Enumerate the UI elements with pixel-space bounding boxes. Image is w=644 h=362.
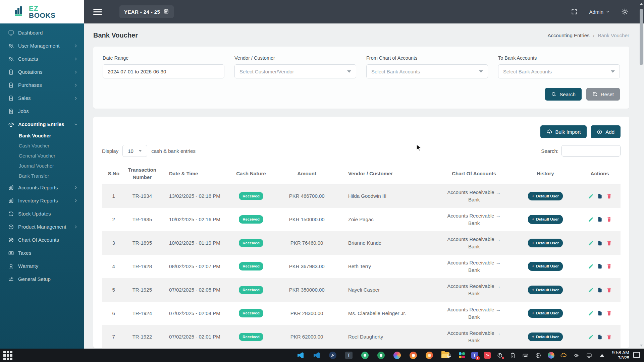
history-badge[interactable]: + Default User (528, 192, 563, 201)
bulk-import-button[interactable]: Bulk Import (540, 125, 587, 138)
vendor-customer-select[interactable]: Select Customer/Vendor (234, 64, 356, 78)
delete-button[interactable] (606, 287, 612, 293)
sidebar-subitem-general-voucher[interactable]: General Voucher (0, 151, 84, 161)
breadcrumb-parent[interactable]: Accounting Entries (548, 33, 590, 38)
page-size-select[interactable]: 10 (122, 145, 147, 157)
tray-expand-icon[interactable] (598, 351, 606, 359)
col-header-history[interactable]: History (512, 170, 579, 177)
table-search-input[interactable] (561, 145, 621, 157)
table-row[interactable]: 7 TR-1922 07/02/2025 - 02:01 PM Received… (102, 325, 621, 349)
t-app-icon[interactable]: T (345, 351, 353, 359)
slack-icon[interactable] (458, 351, 466, 359)
history-badge[interactable]: + Default User (528, 333, 563, 342)
sidebar-item-accounts-reports[interactable]: Accounts Reports (0, 181, 84, 194)
col-header-sno[interactable]: S.No (102, 170, 125, 177)
date-range-input[interactable] (108, 69, 219, 74)
edit-button[interactable] (588, 240, 594, 246)
sidebar-item-user-management[interactable]: User Management (0, 39, 84, 52)
to-bank-select[interactable]: Select Bank Accounts (498, 64, 620, 78)
col-header-txn[interactable]: Transaction Number (125, 166, 159, 181)
sidebar-item-taxes[interactable]: Taxes (0, 246, 84, 259)
sidebar-subitem-journal-voucher[interactable]: Journal Voucher (0, 161, 84, 171)
table-row[interactable]: 6 TR-1924 07/02/2025 - 02:04 PM Received… (102, 302, 621, 325)
fullscreen-icon[interactable] (571, 8, 578, 15)
sidebar-item-inventory-reports[interactable]: Inventory Reports (0, 194, 84, 207)
sidebar-item-general-setup[interactable]: General Setup (0, 273, 84, 286)
add-button[interactable]: Add (591, 125, 621, 138)
sidebar-item-accounting-entries[interactable]: Accounting Entries (0, 118, 84, 131)
volume-icon[interactable] (573, 351, 581, 359)
search-button[interactable]: Search (545, 88, 582, 101)
red-app-icon[interactable] (483, 351, 491, 359)
sidebar-item-stock-updates[interactable]: Stock Updates (0, 207, 84, 220)
sidebar-item-quotations[interactable]: Quotations (0, 65, 84, 78)
vscode-icon[interactable] (297, 351, 305, 359)
fiscal-year-selector[interactable]: YEAR - 24 - 25 (119, 5, 174, 18)
view-document-button[interactable] (597, 287, 603, 293)
scroll-down-arrow-icon[interactable] (640, 345, 643, 347)
view-document-button[interactable] (597, 334, 603, 340)
edit-button[interactable] (588, 217, 594, 222)
view-document-button[interactable] (597, 193, 603, 199)
table-row[interactable]: 5 TR-1925 07/02/2025 - 02:05 PM Received… (102, 278, 621, 302)
browser-orange-2-icon[interactable] (425, 351, 433, 359)
col-header-actions[interactable]: Actions (579, 170, 621, 177)
cloud-icon[interactable] (560, 351, 568, 359)
network-display-icon[interactable] (585, 351, 593, 359)
sync-update-icon[interactable] (496, 351, 504, 359)
col-header-vendor[interactable]: Vendor / Customer (333, 170, 436, 177)
sidebar-item-product-management[interactable]: Product Management (0, 220, 84, 233)
delete-button[interactable] (606, 217, 612, 222)
delete-button[interactable] (606, 310, 612, 316)
clipboard-icon[interactable] (509, 351, 517, 359)
table-row[interactable]: 4 TR-1928 08/02/2025 - 02:07 PM Received… (102, 255, 621, 278)
history-badge[interactable]: + Default User (528, 286, 563, 295)
steam-icon[interactable] (329, 351, 337, 359)
menu-toggle-icon[interactable] (93, 7, 102, 17)
history-badge[interactable]: + Default User (528, 309, 563, 318)
history-badge[interactable]: + Default User (528, 215, 563, 224)
settings-gear-icon[interactable] (621, 8, 629, 15)
delete-button[interactable] (606, 334, 612, 340)
edit-button[interactable] (588, 334, 594, 340)
edit-button[interactable] (588, 193, 594, 199)
scroll-up-arrow-icon[interactable] (640, 3, 643, 5)
teams-icon[interactable]: T2 (471, 351, 479, 359)
sidebar-item-contacts[interactable]: Contacts (0, 52, 84, 65)
col-header-coa[interactable]: Chart Of Accounts (436, 170, 512, 177)
col-header-nature[interactable]: Cash Nature (221, 170, 281, 177)
edit-button[interactable] (588, 310, 594, 316)
sidebar-subitem-bank-voucher[interactable]: Bank Voucher (0, 131, 84, 141)
table-row[interactable]: 1 TR-1934 13/02/2025 - 02:16 PM Received… (102, 184, 621, 208)
browser-orange-icon[interactable] (409, 351, 417, 359)
app-logo[interactable]: EZ BOOKS (0, 0, 84, 23)
delete-button[interactable] (606, 263, 612, 269)
scrollbar-thumb[interactable] (640, 9, 643, 65)
edit-button[interactable] (588, 287, 594, 293)
view-document-button[interactable] (597, 217, 603, 222)
audio-app-icon[interactable] (393, 351, 401, 359)
color-wheel-icon[interactable] (547, 351, 555, 359)
sidebar-item-purchases[interactable]: Purchases (0, 78, 84, 92)
view-document-button[interactable] (597, 240, 603, 246)
taskbar-clock[interactable]: 9:58 AM7/8/25 (612, 350, 629, 361)
delete-button[interactable] (606, 240, 612, 246)
sidebar-item-dashboard[interactable]: Dashboard (0, 26, 84, 39)
col-header-amount[interactable]: Amount (281, 170, 333, 177)
from-coa-select[interactable]: Select Bank Accounts (366, 64, 488, 78)
edit-button[interactable] (588, 263, 594, 269)
bell-icon[interactable] (445, 351, 453, 359)
media-play-icon[interactable] (534, 351, 542, 359)
reset-button[interactable]: Reset (586, 88, 620, 101)
sidebar-subitem-cash-voucher[interactable]: Cash Voucher (0, 141, 84, 151)
vscode-2-icon[interactable] (313, 351, 321, 359)
sidebar-item-jobs[interactable]: Jobs (0, 105, 84, 118)
col-header-date[interactable]: Date & Time (159, 170, 221, 177)
table-row[interactable]: 3 TR-1895 10/02/2025 - 01:19 PM Received… (102, 231, 621, 255)
sidebar-subitem-bank-transfer[interactable]: Bank Transfer (0, 171, 84, 181)
keyboard-icon[interactable] (522, 351, 530, 359)
chat-green-icon[interactable] (361, 351, 369, 359)
sidebar-item-sales[interactable]: Sales (0, 92, 84, 105)
table-row[interactable]: 2 TR-1935 10/02/2025 - 02:16 PM Received… (102, 208, 621, 231)
delete-button[interactable] (606, 193, 612, 199)
